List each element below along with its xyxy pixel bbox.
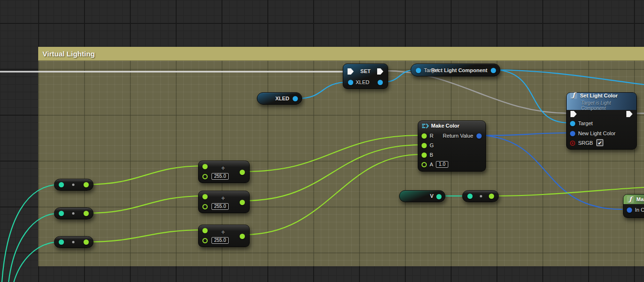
set-light-color-header: ƒ Set Light Color Target is Light Compon… bbox=[567, 93, 636, 110]
divide-icon: ÷ bbox=[222, 229, 225, 236]
function-icon: ƒ bbox=[570, 92, 577, 99]
divide-output-pin[interactable] bbox=[240, 200, 245, 205]
g-pin-label: G bbox=[430, 142, 434, 148]
node-rect-light-component[interactable]: Target Rect Light Component bbox=[411, 64, 500, 76]
srgb-checkbox[interactable]: ✔ bbox=[596, 139, 603, 146]
rect-light-component-label: Rect Light Component bbox=[431, 67, 487, 73]
r-pin[interactable] bbox=[422, 133, 427, 139]
exec-out-pin[interactable] bbox=[626, 111, 633, 117]
node-divide-3[interactable]: ÷ 255.0 bbox=[198, 225, 250, 247]
a-pin[interactable] bbox=[422, 162, 427, 167]
float-output-pin[interactable] bbox=[84, 182, 89, 187]
a-value-input[interactable]: 1.0 bbox=[436, 161, 448, 168]
make-struct-icon bbox=[422, 123, 429, 129]
set-light-color-subtitle: Target is Light Component bbox=[581, 100, 633, 111]
divide-icon: ÷ bbox=[222, 165, 225, 172]
xled-getter-label: XLED bbox=[275, 96, 289, 101]
new-light-color-label: New Light Color bbox=[578, 130, 615, 136]
comment-title-text: Virtual Lighting bbox=[42, 50, 95, 58]
rect-light-component-output-pin[interactable] bbox=[491, 68, 496, 73]
conversion-dot-icon bbox=[72, 184, 74, 186]
node-convert-byte-to-float-4[interactable] bbox=[462, 190, 499, 202]
node-divide-2[interactable]: ÷ 255.0 bbox=[198, 191, 250, 213]
xled-input-label: XLED bbox=[356, 79, 370, 85]
divide-input-a-pin[interactable] bbox=[202, 194, 208, 199]
srgb-pin[interactable] bbox=[570, 141, 575, 146]
divide-value-input[interactable]: 255.0 bbox=[211, 203, 229, 210]
b-pin[interactable] bbox=[422, 152, 427, 158]
divide-input-b-pin[interactable] bbox=[202, 204, 208, 209]
target-pin-label: Target bbox=[578, 120, 593, 126]
divide-value-input[interactable]: 255.0 bbox=[211, 237, 229, 244]
conversion-dot-icon bbox=[480, 195, 482, 197]
return-value-pin[interactable] bbox=[476, 133, 482, 139]
node-make-color[interactable]: Make Color R Return Value G B A 1.0 bbox=[418, 120, 486, 172]
v-getter-label: V bbox=[430, 193, 433, 199]
g-pin[interactable] bbox=[422, 143, 427, 148]
divide-input-a-pin[interactable] bbox=[202, 164, 208, 169]
max-title: Max ( bbox=[636, 196, 644, 202]
blueprint-canvas[interactable]: Virtual Lighting SET XLED XLED bbox=[0, 0, 644, 282]
node-convert-byte-to-float-1[interactable] bbox=[54, 179, 94, 191]
byte-input-pin[interactable] bbox=[467, 194, 473, 199]
exec-in-pin[interactable] bbox=[570, 111, 577, 117]
divide-input-b-pin[interactable] bbox=[202, 174, 208, 179]
make-color-title: Make Color bbox=[431, 123, 459, 129]
max-input-label: In Co bbox=[635, 207, 644, 213]
node-set-xled[interactable]: SET XLED bbox=[343, 64, 388, 89]
conversion-dot-icon bbox=[72, 212, 74, 215]
divide-input-a-pin[interactable] bbox=[202, 228, 208, 233]
xled-getter-output-pin[interactable] bbox=[293, 96, 298, 101]
a-pin-label: A bbox=[430, 162, 433, 167]
set-light-color-title: Set Light Color bbox=[580, 93, 618, 98]
b-pin-label: B bbox=[430, 152, 433, 158]
node-xled-getter[interactable]: XLED bbox=[257, 92, 302, 105]
node-convert-byte-to-float-3[interactable] bbox=[54, 236, 94, 248]
node-max[interactable]: ƒ Max ( In Co bbox=[623, 194, 644, 218]
byte-input-pin[interactable] bbox=[59, 182, 64, 187]
v-getter-output-pin[interactable] bbox=[436, 194, 442, 199]
conversion-dot-icon bbox=[72, 241, 74, 243]
target-input-pin[interactable] bbox=[416, 68, 421, 73]
byte-input-pin[interactable] bbox=[59, 239, 64, 245]
target-pin[interactable] bbox=[570, 121, 575, 126]
float-output-pin[interactable] bbox=[84, 239, 89, 245]
function-icon: ƒ bbox=[627, 196, 634, 203]
srgb-label: SRGB bbox=[578, 140, 593, 146]
float-output-pin[interactable] bbox=[489, 194, 494, 199]
divide-value-input[interactable]: 255.0 bbox=[211, 173, 229, 180]
node-divide-1[interactable]: ÷ 255.0 bbox=[198, 161, 250, 183]
max-input-pin[interactable] bbox=[627, 207, 632, 213]
return-value-label: Return Value bbox=[443, 133, 473, 139]
xled-output-pin[interactable] bbox=[378, 80, 383, 85]
r-pin-label: R bbox=[430, 133, 433, 139]
make-color-header: Make Color bbox=[418, 121, 486, 130]
divide-icon: ÷ bbox=[222, 195, 225, 202]
float-output-pin[interactable] bbox=[84, 211, 89, 216]
comment-body[interactable] bbox=[38, 61, 644, 266]
new-light-color-pin[interactable] bbox=[570, 131, 575, 136]
comment-header[interactable]: Virtual Lighting bbox=[38, 47, 644, 61]
node-set-light-color[interactable]: ƒ Set Light Color Target is Light Compon… bbox=[566, 92, 637, 150]
node-convert-byte-to-float-2[interactable] bbox=[54, 207, 94, 219]
divide-output-pin[interactable] bbox=[240, 170, 245, 175]
byte-input-pin[interactable] bbox=[59, 211, 64, 216]
divide-output-pin[interactable] bbox=[240, 234, 245, 239]
node-v-getter[interactable]: V bbox=[399, 190, 445, 202]
xled-input-pin[interactable] bbox=[348, 80, 353, 85]
divide-input-b-pin[interactable] bbox=[202, 238, 208, 243]
max-header: ƒ Max ( bbox=[623, 195, 644, 204]
